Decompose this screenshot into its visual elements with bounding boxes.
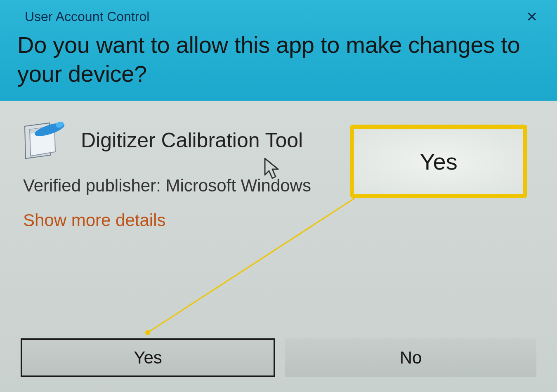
no-button-label: No <box>400 348 422 368</box>
uac-prompt-question: Do you want to allow this app to make ch… <box>0 31 557 88</box>
title-bar: User Account Control × <box>0 0 557 31</box>
dialog-body: Digitizer Calibration Tool Verified publ… <box>0 101 557 392</box>
show-more-details-link[interactable]: Show more details <box>23 210 536 230</box>
annotation-dot <box>145 330 150 335</box>
no-button[interactable]: No <box>285 338 536 377</box>
app-name: Digitizer Calibration Tool <box>81 128 303 152</box>
callout-highlight-box: Yes <box>350 125 527 198</box>
close-button[interactable]: × <box>519 7 545 26</box>
yes-button[interactable]: Yes <box>21 338 275 377</box>
dialog-header: User Account Control × Do you want to al… <box>0 0 557 101</box>
tablet-pen-icon <box>21 119 66 162</box>
yes-button-label: Yes <box>134 348 162 368</box>
callout-label: Yes <box>420 148 457 175</box>
button-row: Yes No <box>21 338 536 377</box>
dialog-title: User Account Control <box>25 9 149 24</box>
uac-dialog: User Account Control × Do you want to al… <box>0 0 557 392</box>
